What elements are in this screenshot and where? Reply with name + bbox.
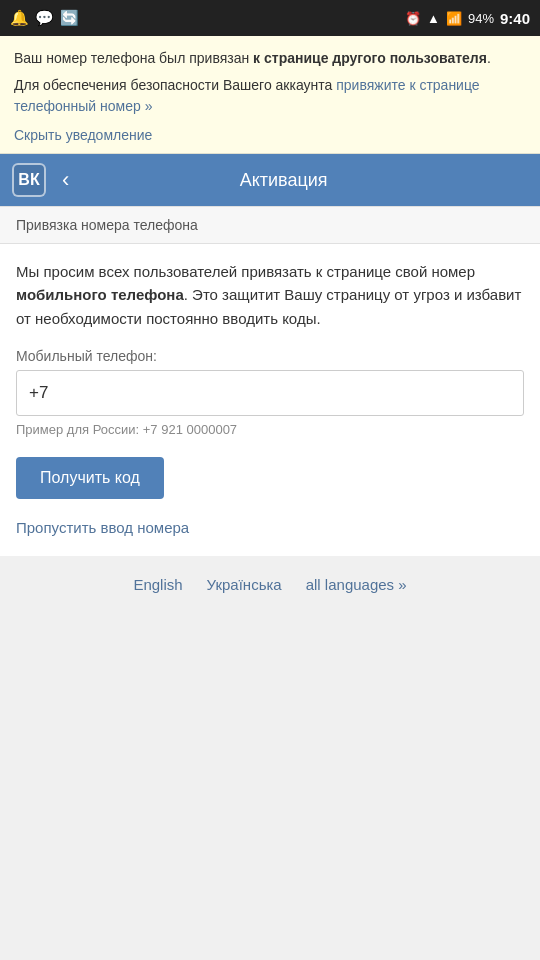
notification-text-2: Для обеспечения безопасности Вашего акка… — [14, 75, 526, 117]
section-header: Привязка номера телефона — [0, 206, 540, 244]
lang-all[interactable]: all languages » — [306, 576, 407, 593]
description-paragraph: Мы просим всех пользователей привязать к… — [16, 260, 524, 330]
skip-link[interactable]: Пропустить ввод номера — [16, 519, 524, 536]
language-footer: English Українська all languages » — [0, 556, 540, 816]
chat-icon: 💬 — [35, 9, 54, 27]
notification-icon: 🔔 — [10, 9, 29, 27]
back-button[interactable]: ‹ — [58, 163, 73, 197]
lang-ukrainian[interactable]: Українська — [207, 576, 282, 593]
main-content: Мы просим всех пользователей привязать к… — [0, 244, 540, 556]
sync-icon: 🔄 — [60, 9, 79, 27]
field-label: Мобильный телефон: — [16, 348, 524, 364]
status-bar-right: ⏰ ▲ 📶 94% 9:40 — [405, 10, 530, 27]
phone-input[interactable] — [16, 370, 524, 416]
alarm-icon: ⏰ — [405, 11, 421, 26]
hide-notification-link[interactable]: Скрыть уведомление — [14, 127, 152, 143]
app-bar-title: Активация — [85, 170, 482, 191]
app-bar: ВК ‹ Активация — [0, 154, 540, 206]
battery-text: 94% — [468, 11, 494, 26]
vk-logo: ВК — [12, 163, 46, 197]
section-header-text: Привязка номера телефона — [16, 217, 198, 233]
status-bar-left: 🔔 💬 🔄 — [10, 9, 79, 27]
example-text: Пример для России: +7 921 0000007 — [16, 422, 524, 437]
status-bar: 🔔 💬 🔄 ⏰ ▲ 📶 94% 9:40 — [0, 0, 540, 36]
signal-icon: 📶 — [446, 11, 462, 26]
notification-banner: Ваш номер телефона был привязан к страни… — [0, 36, 540, 154]
wifi-icon: ▲ — [427, 11, 440, 26]
notification-text-1: Ваш номер телефона был привязан к страни… — [14, 48, 526, 69]
clock: 9:40 — [500, 10, 530, 27]
lang-english[interactable]: English — [133, 576, 182, 593]
get-code-button[interactable]: Получить код — [16, 457, 164, 499]
